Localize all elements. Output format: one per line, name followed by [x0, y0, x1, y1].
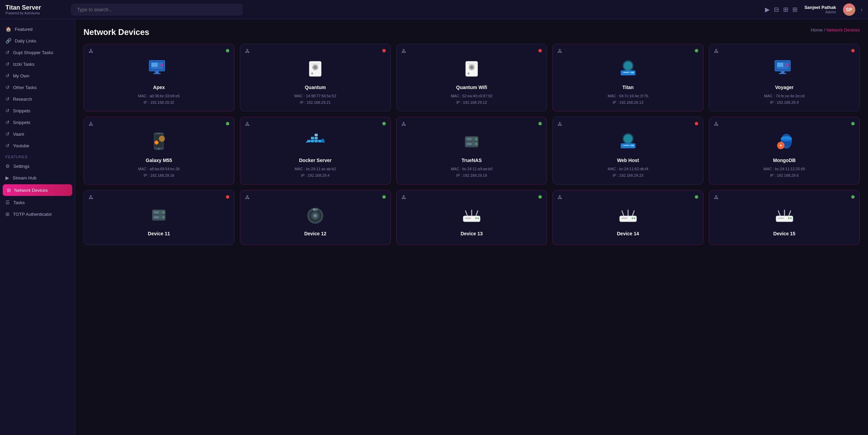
- page-header: Network Devices Home / Network Devices: [84, 27, 860, 37]
- device-name-13: Device 14: [617, 231, 639, 236]
- device-card-2[interactable]: 🖧 Quantum Wifi MAC : 52:ea:40:c0:87:92IP…: [396, 44, 547, 111]
- svg-rect-20: [467, 63, 476, 65]
- svg-rect-77: [154, 211, 159, 213]
- sidebar-item-snippets2[interactable]: ↺Snippets: [0, 116, 75, 128]
- sidebar-item-other-tasks[interactable]: ↺Other Tasks: [0, 82, 75, 93]
- device-image-12: [459, 203, 484, 227]
- svg-point-107: [790, 218, 792, 219]
- device-card-0[interactable]: 🖧 Apex MAC : a0:36:bc:33:b9:e5IP : 192.1…: [84, 44, 234, 111]
- device-card-12[interactable]: 🖧 Device 13: [396, 190, 547, 245]
- avatar[interactable]: SP: [843, 3, 855, 16]
- svg-point-14: [311, 73, 313, 74]
- sidebar-item-stream-hub[interactable]: ▶Stream Hub: [0, 172, 75, 184]
- sidebar-label-snippets1: Snippets: [13, 108, 30, 113]
- sidebar-item-my-own[interactable]: ↺My Own: [0, 70, 75, 82]
- sidebar-icon-izzki-tasks: ↺: [5, 61, 10, 67]
- sidebar-item-vaani[interactable]: ↺Vaani: [0, 128, 75, 140]
- device-image-5: 🔶: [146, 129, 171, 154]
- sidebar-item-izzki-tasks[interactable]: ↺Izzki Tasks: [0, 58, 75, 70]
- sidebar-features: ⚙Settings▶Stream Hub⊞Network Devices☰Tas…: [0, 160, 75, 220]
- device-info-0: MAC : a0:36:bc:33:b9:e5IP : 192.168.29.3…: [138, 93, 180, 105]
- chevron-right-icon[interactable]: ›: [861, 7, 863, 13]
- sidebar-icon-snippets1: ↺: [5, 108, 10, 113]
- sidebar-label-featured: Featured: [15, 27, 33, 32]
- device-card-3[interactable]: 🖧 Titan MAC : 04:7c:16:4e:1f:7bIP : 192.…: [552, 44, 703, 111]
- sidebar-label-network-devices: Network Devices: [14, 188, 48, 193]
- svg-rect-13: [311, 63, 320, 65]
- device-card-4[interactable]: 🖧 Voyager MAC : 74:fe:ce:4e:2e:cdIP : 19…: [709, 44, 860, 111]
- sidebar-label-youtube: Youtube: [13, 143, 29, 148]
- device-card-10[interactable]: 🖧 Device 11: [84, 190, 234, 245]
- svg-rect-57: [467, 143, 472, 145]
- status-dot-13: [695, 195, 698, 199]
- sidebar-item-daily-links[interactable]: 🔗Daily Links: [0, 35, 75, 47]
- device-info-2: MAC : 52:ea:40:c0:87:92IP : 192.168.29.1…: [451, 93, 493, 105]
- sidebar-label-daily-links: Daily Links: [15, 38, 36, 44]
- svg-rect-32: [781, 71, 784, 73]
- svg-rect-39: [157, 133, 161, 134]
- device-image-4: [772, 57, 797, 81]
- svg-point-19: [471, 66, 472, 68]
- breadcrumb-separator: /: [824, 27, 825, 33]
- grid-icon[interactable]: ⊞: [783, 6, 788, 13]
- device-card-11[interactable]: 🖧 Device 12: [240, 190, 391, 245]
- status-dot-4: [851, 49, 855, 52]
- layout: 🏠Featured🔗Daily Links↺Gupt Shopper Tasks…: [0, 19, 868, 435]
- device-name-2: Quantum Wifi: [456, 85, 487, 90]
- search-input[interactable]: [71, 4, 242, 15]
- device-info-6: MAC : bc:24:11:ac:ab:b2IP : 192.168.29.4: [295, 166, 336, 178]
- screen-icon[interactable]: ⊟: [774, 6, 779, 13]
- device-name-0: Apex: [153, 85, 165, 90]
- device-card-9[interactable]: 🖧 MongoDB MAC : bc:24:11:12:25:66IP : 19…: [709, 117, 860, 184]
- sidebar-icon-totp: ⊞: [5, 211, 10, 217]
- device-type-icon-1: 🖧: [245, 48, 250, 54]
- device-card-6[interactable]: 🖧 Docker Server MAC : bc:24:11:ac:ab:b2I…: [240, 117, 391, 184]
- svg-point-59: [624, 135, 632, 143]
- sidebar-item-snippets1[interactable]: ↺Snippets: [0, 105, 75, 116]
- sidebar-icon-research: ↺: [5, 96, 10, 102]
- sidebar-item-youtube[interactable]: ↺Youtube: [0, 140, 75, 151]
- svg-point-99: [634, 218, 635, 219]
- svg-line-94: [476, 211, 478, 215]
- svg-rect-25: [623, 72, 629, 73]
- device-type-icon-12: 🖧: [401, 195, 406, 200]
- sidebar-item-gupt-shopper[interactable]: ↺Gupt Shopper Tasks: [0, 47, 75, 58]
- sidebar-item-research[interactable]: ↺Research: [0, 93, 75, 105]
- device-name-3: Titan: [622, 85, 634, 90]
- device-card-13[interactable]: 🖧 Device 14: [552, 190, 703, 245]
- device-card-14[interactable]: 🖧 Device 15: [709, 190, 860, 245]
- qr-icon[interactable]: ⊞: [792, 6, 797, 13]
- svg-point-76: [163, 216, 164, 218]
- device-type-icon-11: 🖧: [245, 195, 250, 200]
- breadcrumb-home[interactable]: Home: [811, 27, 823, 33]
- sidebar-item-network-devices[interactable]: ⊞Network Devices: [3, 184, 72, 196]
- svg-rect-61: [623, 145, 629, 146]
- device-card-5[interactable]: 🖧 🔶 Galaxy M55 MAC : a8:ba:69:54:bc:26IP…: [84, 117, 234, 184]
- svg-rect-5: [153, 73, 161, 74]
- svg-rect-105: [778, 218, 784, 219]
- device-card-1[interactable]: 🖧 Quantum MAC : 14:98:77:56:5e:52IP : 19…: [240, 44, 391, 111]
- sidebar-item-tasks[interactable]: ☰Tasks: [0, 197, 75, 208]
- device-image-9: [772, 129, 797, 154]
- sidebar-item-settings[interactable]: ⚙Settings: [0, 160, 75, 172]
- device-card-7[interactable]: 🖧 TrueNAS MAC : bc:24:11:a9:ae:b0IP : 19…: [396, 117, 547, 184]
- sidebar-item-featured[interactable]: 🏠Featured: [0, 23, 75, 35]
- breadcrumb: Home / Network Devices: [811, 27, 860, 33]
- device-type-icon-14: 🖧: [714, 195, 719, 200]
- sidebar-nav: 🏠Featured🔗Daily Links↺Gupt Shopper Tasks…: [0, 23, 75, 151]
- svg-point-98: [631, 218, 633, 219]
- device-info-4: MAC : 74:fe:ce:4e:2e:cdIP : 192.168.29.9: [764, 93, 805, 105]
- sidebar-item-totp[interactable]: ⊞TOTP Authenticator: [0, 208, 75, 220]
- svg-rect-43: [307, 140, 310, 142]
- youtube-icon[interactable]: ▶: [765, 6, 770, 13]
- device-type-icon-7: 🖧: [401, 121, 406, 127]
- svg-point-40: [159, 136, 165, 142]
- device-card-8[interactable]: 🖧 Web Host MAC : bc:24:11:62:db:f4IP : 1…: [552, 117, 703, 184]
- sidebar-icon-daily-links: 🔗: [5, 38, 11, 44]
- device-info-1: MAC : 14:98:77:56:5e:52IP : 192.168.29.2…: [294, 93, 336, 105]
- sidebar: 🏠Featured🔗Daily Links↺Gupt Shopper Tasks…: [0, 19, 75, 435]
- status-dot-9: [851, 122, 855, 125]
- device-type-icon-9: 🖧: [714, 121, 719, 127]
- breadcrumb-current: Network Devices: [826, 27, 860, 33]
- sidebar-label-totp: TOTP Authenticator: [13, 212, 52, 217]
